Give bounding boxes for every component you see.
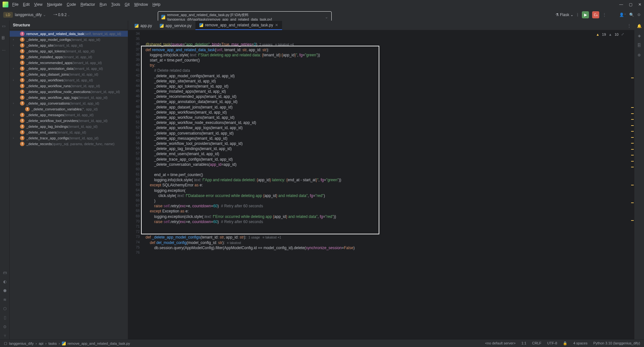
maximize-icon[interactable]: ▢ bbox=[629, 2, 632, 7]
stop-button[interactable]: C₂ bbox=[592, 11, 599, 18]
menu-file[interactable]: File bbox=[12, 2, 18, 7]
encoding[interactable]: UTF-8 bbox=[547, 341, 557, 345]
structure-item[interactable]: ›f_delete_app_site(tenant_id, app_id) bbox=[10, 42, 128, 48]
server-indicator[interactable]: <no default server> bbox=[485, 341, 516, 345]
endpoints-icon-2[interactable]: ⬡ bbox=[3, 306, 6, 311]
tab[interactable]: app.py bbox=[131, 22, 156, 30]
menu-refactor[interactable]: Refactor bbox=[80, 2, 95, 7]
breadcrumb[interactable]: ▢ langgenius_dify› api› tasks› remove_ap… bbox=[4, 341, 130, 345]
services-icon[interactable]: ⬢ bbox=[3, 288, 6, 293]
database-tool-icon[interactable]: 🗄 bbox=[637, 43, 641, 48]
structure-header: Structure bbox=[10, 21, 128, 30]
endpoints-icon[interactable]: ⊕ bbox=[638, 53, 641, 57]
menu-code[interactable]: Code bbox=[67, 2, 76, 7]
code-with-me-icon[interactable]: 👤⁺ bbox=[619, 13, 626, 17]
left-bottom-tools: 🗃 ◐ ⬢ ≋ ⬡ ⌷ ⊙ ⑂ bbox=[0, 270, 10, 338]
code-area[interactable]: @shared_task(queue="app_deletion", bind=… bbox=[143, 30, 634, 339]
structure-item[interactable]: f_delete_app_workflow_app_logs(tenant_id… bbox=[10, 95, 128, 100]
structure-item[interactable]: ›f_delete_trace_app_configs(tenant_id, a… bbox=[10, 135, 128, 141]
structure-item[interactable]: f_delete_workflow_tool_providers(tenant_… bbox=[10, 118, 128, 124]
more-actions-icon[interactable]: ⋮ bbox=[602, 13, 606, 17]
structure-item[interactable]: f_delete_app_api_tokens(tenant_id, app_i… bbox=[10, 48, 128, 54]
structure-tree[interactable]: fremove_app_and_related_data_task(self, … bbox=[10, 30, 128, 339]
problems-icon[interactable]: ⊙ bbox=[3, 324, 6, 329]
main-menu: FileEditViewNavigateCodeRefactorRunTools… bbox=[12, 2, 160, 7]
menu-navigate[interactable]: Navigate bbox=[47, 2, 62, 7]
structure-item[interactable]: f_delete_recommended_apps(tenant_id, app… bbox=[10, 60, 128, 66]
settings-icon[interactable]: ⚙ bbox=[637, 13, 641, 17]
menu-help[interactable]: Help bbox=[152, 2, 160, 7]
minimize-icon[interactable]: — bbox=[619, 2, 623, 7]
structure-item[interactable]: ›f_delete_app_annotation_data(tenant_id,… bbox=[10, 66, 128, 71]
run-button[interactable]: ▶ bbox=[582, 11, 589, 18]
vcs-branch[interactable]: ⭬ 0.9.2 ⌄ bbox=[53, 13, 70, 17]
structure-item[interactable]: f_delete_installed_apps(tenant_id, app_i… bbox=[10, 54, 128, 60]
menu-view[interactable]: View bbox=[34, 2, 43, 7]
python-file-icon bbox=[161, 15, 165, 19]
git-icon[interactable]: ⑂ bbox=[4, 333, 6, 338]
structure-item[interactable]: ›f_delete_app_conversations(tenant_id, a… bbox=[10, 100, 128, 106]
structure-item[interactable]: f_delete_end_users(tenant_id, app_id) bbox=[10, 129, 128, 135]
notifications-icon[interactable]: 🔔 bbox=[637, 24, 642, 28]
menu-window[interactable]: Window bbox=[134, 2, 148, 7]
structure-item[interactable]: ›f_delete_app_workflows(tenant_id, app_i… bbox=[10, 77, 128, 83]
menu-edit[interactable]: Edit bbox=[23, 2, 30, 7]
project-tool-icon[interactable]: ▭ bbox=[2, 24, 8, 30]
indent[interactable]: 4 spaces bbox=[573, 341, 587, 345]
interpreter[interactable]: Python 3.10 (langgenius_dify) bbox=[593, 341, 640, 345]
structure-item[interactable]: f_delete_app_workflow_node_executions(te… bbox=[10, 89, 128, 95]
window-controls: — ▢ ✕ bbox=[619, 2, 641, 7]
line-separator[interactable]: CRLF bbox=[532, 341, 542, 345]
error-stripe[interactable] bbox=[630, 42, 634, 339]
structure-item[interactable]: fremove_app_and_related_data_task(self, … bbox=[10, 31, 128, 37]
structure-item[interactable]: f_delete_app_workflow_runs(tenant_id, ap… bbox=[10, 83, 128, 89]
layers-icon[interactable]: ≋ bbox=[3, 297, 6, 302]
project-name[interactable]: langgenius_dify ⌄ bbox=[15, 13, 46, 17]
ai-assistant-icon[interactable]: ◈ bbox=[638, 33, 641, 38]
editor-tabs: app.pyapp_service.pyremove_app_and_relat… bbox=[128, 21, 634, 30]
tab[interactable]: remove_app_and_related_data_task.py ✕ bbox=[195, 21, 282, 30]
caret-position[interactable]: 1:1 bbox=[521, 341, 526, 345]
structure-item[interactable]: f_delete_app_tag_bindings(tenant_id, app… bbox=[10, 124, 128, 129]
structure-item[interactable]: f_delete_conversation_variables(*, app_i… bbox=[10, 106, 128, 112]
menu-tools[interactable]: Tools bbox=[111, 2, 120, 7]
search-everywhere-icon[interactable]: 🔍 bbox=[629, 13, 634, 17]
editor: app.pyapp_service.pyremove_app_and_relat… bbox=[128, 21, 634, 339]
right-tool-stripe: 🔔 ◈ 🗄 ⊕ bbox=[634, 21, 644, 339]
run-config[interactable]: ⚗ Flask ⌄ bbox=[555, 13, 573, 17]
tab[interactable]: app_service.py bbox=[156, 22, 195, 30]
line-gutter[interactable]: 3435363738394041424344454647484950515253… bbox=[128, 30, 143, 339]
menu-git[interactable]: Git bbox=[125, 2, 129, 7]
titlebar: FileEditViewNavigateCodeRefactorRunTools… bbox=[0, 0, 644, 9]
structure-item[interactable]: f_delete_records(query_sql, params, dele… bbox=[10, 141, 128, 147]
chevron-down-icon[interactable]: ⌄ bbox=[325, 15, 328, 19]
vcs-widget-icon[interactable]: ⦚ bbox=[577, 13, 579, 17]
tabs-more-icon[interactable]: ⋮ bbox=[624, 22, 634, 30]
structure-item[interactable]: ›f_delete_app_model_configs(tenant_id, a… bbox=[10, 37, 128, 42]
app-logo bbox=[3, 2, 8, 7]
readonly-icon[interactable]: 🔒 bbox=[563, 341, 567, 345]
terminal-icon[interactable]: ⌷ bbox=[4, 315, 6, 320]
status-bar: ▢ langgenius_dify› api› tasks› remove_ap… bbox=[0, 339, 644, 347]
database-icon[interactable]: 🗃 bbox=[3, 270, 7, 275]
python-file-icon bbox=[62, 342, 66, 345]
close-icon[interactable]: ✕ bbox=[638, 2, 641, 7]
structure-item[interactable]: ›f_delete_app_messages(tenant_id, app_id… bbox=[10, 112, 128, 118]
structure-item[interactable]: f_delete_app_dataset_joins(tenant_id, ap… bbox=[10, 71, 128, 77]
structure-panel: Structure fremove_app_and_related_data_t… bbox=[10, 21, 128, 339]
project-badge: LD bbox=[3, 12, 13, 18]
structure-tool-icon[interactable]: ⌸ bbox=[2, 35, 8, 41]
python-packages-icon[interactable]: ◐ bbox=[3, 279, 6, 284]
more-tool-icon[interactable]: … bbox=[2, 47, 8, 53]
menu-run[interactable]: Run bbox=[99, 2, 107, 7]
module-icon: ▢ bbox=[4, 341, 7, 345]
